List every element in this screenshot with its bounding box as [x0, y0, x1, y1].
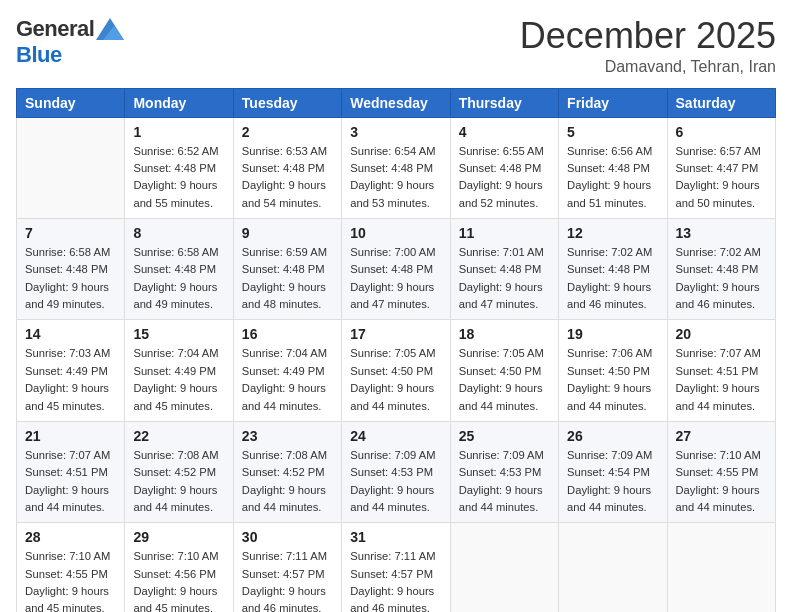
sunrise-text: Sunrise: 6:57 AM — [676, 145, 761, 157]
day-info: Sunrise: 7:08 AM Sunset: 4:52 PM Dayligh… — [242, 447, 333, 516]
calendar-day-cell: 2 Sunrise: 6:53 AM Sunset: 4:48 PM Dayli… — [233, 117, 341, 218]
day-number: 2 — [242, 124, 333, 140]
day-info: Sunrise: 7:07 AM Sunset: 4:51 PM Dayligh… — [676, 345, 767, 414]
day-info: Sunrise: 7:05 AM Sunset: 4:50 PM Dayligh… — [459, 345, 550, 414]
calendar-day-cell: 23 Sunrise: 7:08 AM Sunset: 4:52 PM Dayl… — [233, 421, 341, 522]
daylight-text: Daylight: 9 hours and 44 minutes. — [567, 484, 651, 513]
calendar-day-header: Friday — [559, 88, 667, 117]
calendar-day-cell: 4 Sunrise: 6:55 AM Sunset: 4:48 PM Dayli… — [450, 117, 558, 218]
day-number: 3 — [350, 124, 441, 140]
day-number: 29 — [133, 529, 224, 545]
day-number: 1 — [133, 124, 224, 140]
day-info: Sunrise: 6:53 AM Sunset: 4:48 PM Dayligh… — [242, 143, 333, 212]
daylight-text: Daylight: 9 hours and 45 minutes. — [25, 382, 109, 411]
daylight-text: Daylight: 9 hours and 44 minutes. — [676, 484, 760, 513]
sunset-text: Sunset: 4:48 PM — [242, 263, 325, 275]
sunrise-text: Sunrise: 7:05 AM — [350, 347, 435, 359]
day-info: Sunrise: 6:52 AM Sunset: 4:48 PM Dayligh… — [133, 143, 224, 212]
sunset-text: Sunset: 4:53 PM — [459, 466, 542, 478]
calendar-day-cell: 7 Sunrise: 6:58 AM Sunset: 4:48 PM Dayli… — [17, 219, 125, 320]
calendar-week-row: 1 Sunrise: 6:52 AM Sunset: 4:48 PM Dayli… — [17, 117, 776, 218]
daylight-text: Daylight: 9 hours and 53 minutes. — [350, 179, 434, 208]
sunset-text: Sunset: 4:49 PM — [25, 365, 108, 377]
calendar-day-cell: 12 Sunrise: 7:02 AM Sunset: 4:48 PM Dayl… — [559, 219, 667, 320]
sunset-text: Sunset: 4:48 PM — [133, 162, 216, 174]
day-info: Sunrise: 7:05 AM Sunset: 4:50 PM Dayligh… — [350, 345, 441, 414]
daylight-text: Daylight: 9 hours and 44 minutes. — [350, 484, 434, 513]
daylight-text: Daylight: 9 hours and 44 minutes. — [25, 484, 109, 513]
daylight-text: Daylight: 9 hours and 44 minutes. — [676, 382, 760, 411]
daylight-text: Daylight: 9 hours and 54 minutes. — [242, 179, 326, 208]
calendar-day-cell: 31 Sunrise: 7:11 AM Sunset: 4:57 PM Dayl… — [342, 523, 450, 612]
sunset-text: Sunset: 4:48 PM — [242, 162, 325, 174]
sunset-text: Sunset: 4:51 PM — [676, 365, 759, 377]
calendar-week-row: 21 Sunrise: 7:07 AM Sunset: 4:51 PM Dayl… — [17, 421, 776, 522]
day-number: 6 — [676, 124, 767, 140]
daylight-text: Daylight: 9 hours and 47 minutes. — [350, 281, 434, 310]
calendar-week-row: 7 Sunrise: 6:58 AM Sunset: 4:48 PM Dayli… — [17, 219, 776, 320]
logo-icon — [96, 18, 124, 40]
day-info: Sunrise: 7:08 AM Sunset: 4:52 PM Dayligh… — [133, 447, 224, 516]
sunrise-text: Sunrise: 6:54 AM — [350, 145, 435, 157]
sunrise-text: Sunrise: 7:04 AM — [242, 347, 327, 359]
day-info: Sunrise: 7:06 AM Sunset: 4:50 PM Dayligh… — [567, 345, 658, 414]
day-info: Sunrise: 7:11 AM Sunset: 4:57 PM Dayligh… — [242, 548, 333, 612]
sunset-text: Sunset: 4:48 PM — [350, 263, 433, 275]
location-title: Damavand, Tehran, Iran — [520, 58, 776, 76]
calendar-table: SundayMondayTuesdayWednesdayThursdayFrid… — [16, 88, 776, 612]
calendar-day-header: Monday — [125, 88, 233, 117]
day-info: Sunrise: 6:58 AM Sunset: 4:48 PM Dayligh… — [25, 244, 116, 313]
calendar-day-cell: 11 Sunrise: 7:01 AM Sunset: 4:48 PM Dayl… — [450, 219, 558, 320]
day-number: 5 — [567, 124, 658, 140]
sunset-text: Sunset: 4:48 PM — [25, 263, 108, 275]
calendar-week-row: 14 Sunrise: 7:03 AM Sunset: 4:49 PM Dayl… — [17, 320, 776, 421]
daylight-text: Daylight: 9 hours and 44 minutes. — [242, 382, 326, 411]
calendar-day-header: Wednesday — [342, 88, 450, 117]
day-info: Sunrise: 6:56 AM Sunset: 4:48 PM Dayligh… — [567, 143, 658, 212]
day-number: 4 — [459, 124, 550, 140]
calendar-day-cell — [559, 523, 667, 612]
daylight-text: Daylight: 9 hours and 44 minutes. — [242, 484, 326, 513]
daylight-text: Daylight: 9 hours and 46 minutes. — [567, 281, 651, 310]
calendar-day-cell — [450, 523, 558, 612]
day-number: 19 — [567, 326, 658, 342]
calendar-day-cell: 8 Sunrise: 6:58 AM Sunset: 4:48 PM Dayli… — [125, 219, 233, 320]
sunrise-text: Sunrise: 7:03 AM — [25, 347, 110, 359]
sunrise-text: Sunrise: 7:05 AM — [459, 347, 544, 359]
sunset-text: Sunset: 4:50 PM — [459, 365, 542, 377]
daylight-text: Daylight: 9 hours and 45 minutes. — [133, 585, 217, 612]
day-number: 8 — [133, 225, 224, 241]
sunrise-text: Sunrise: 6:52 AM — [133, 145, 218, 157]
day-info: Sunrise: 6:59 AM Sunset: 4:48 PM Dayligh… — [242, 244, 333, 313]
calendar-day-cell: 17 Sunrise: 7:05 AM Sunset: 4:50 PM Dayl… — [342, 320, 450, 421]
sunrise-text: Sunrise: 7:08 AM — [242, 449, 327, 461]
sunrise-text: Sunrise: 7:10 AM — [25, 550, 110, 562]
day-info: Sunrise: 7:04 AM Sunset: 4:49 PM Dayligh… — [133, 345, 224, 414]
month-title: December 2025 — [520, 16, 776, 56]
sunrise-text: Sunrise: 7:02 AM — [676, 246, 761, 258]
day-number: 21 — [25, 428, 116, 444]
day-number: 22 — [133, 428, 224, 444]
calendar-day-header: Tuesday — [233, 88, 341, 117]
daylight-text: Daylight: 9 hours and 46 minutes. — [242, 585, 326, 612]
day-info: Sunrise: 7:10 AM Sunset: 4:56 PM Dayligh… — [133, 548, 224, 612]
calendar-day-cell: 21 Sunrise: 7:07 AM Sunset: 4:51 PM Dayl… — [17, 421, 125, 522]
calendar-day-cell: 3 Sunrise: 6:54 AM Sunset: 4:48 PM Dayli… — [342, 117, 450, 218]
calendar-day-cell: 25 Sunrise: 7:09 AM Sunset: 4:53 PM Dayl… — [450, 421, 558, 522]
day-info: Sunrise: 7:02 AM Sunset: 4:48 PM Dayligh… — [676, 244, 767, 313]
sunrise-text: Sunrise: 7:09 AM — [567, 449, 652, 461]
daylight-text: Daylight: 9 hours and 49 minutes. — [133, 281, 217, 310]
sunset-text: Sunset: 4:48 PM — [567, 162, 650, 174]
calendar-day-cell: 14 Sunrise: 7:03 AM Sunset: 4:49 PM Dayl… — [17, 320, 125, 421]
sunrise-text: Sunrise: 7:11 AM — [242, 550, 327, 562]
daylight-text: Daylight: 9 hours and 48 minutes. — [242, 281, 326, 310]
calendar-day-cell: 18 Sunrise: 7:05 AM Sunset: 4:50 PM Dayl… — [450, 320, 558, 421]
day-number: 9 — [242, 225, 333, 241]
day-number: 18 — [459, 326, 550, 342]
sunrise-text: Sunrise: 7:02 AM — [567, 246, 652, 258]
sunset-text: Sunset: 4:49 PM — [133, 365, 216, 377]
calendar-day-cell: 5 Sunrise: 6:56 AM Sunset: 4:48 PM Dayli… — [559, 117, 667, 218]
calendar-day-header: Sunday — [17, 88, 125, 117]
daylight-text: Daylight: 9 hours and 44 minutes. — [350, 382, 434, 411]
calendar-day-cell: 20 Sunrise: 7:07 AM Sunset: 4:51 PM Dayl… — [667, 320, 775, 421]
